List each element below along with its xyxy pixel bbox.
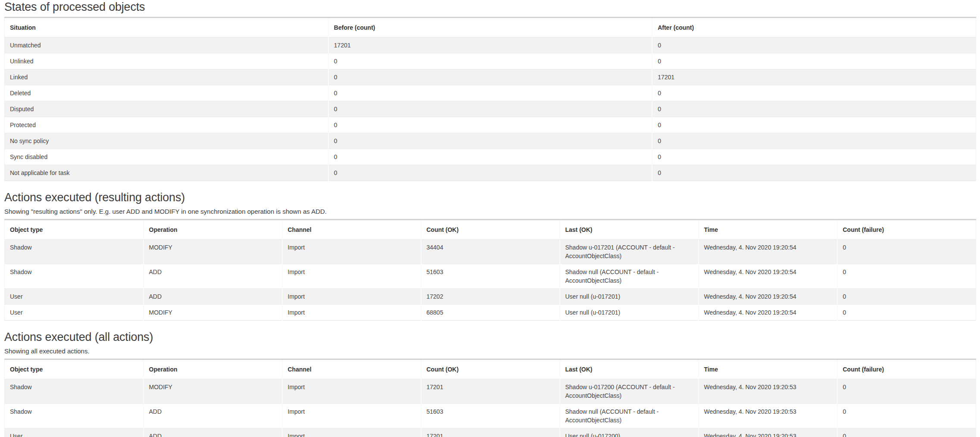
table-cell: 0 xyxy=(328,117,652,133)
column-header: Last (OK) xyxy=(560,359,699,379)
table-cell: 0 xyxy=(837,404,976,428)
table-cell: 0 xyxy=(837,240,976,264)
table-cell: 0 xyxy=(652,165,976,181)
table-cell: 51603 xyxy=(421,264,560,289)
table-row: Unmatched172010 xyxy=(5,37,976,53)
table-cell: 0 xyxy=(652,133,976,149)
table-row: Disputed00 xyxy=(5,101,976,117)
table-cell: Import xyxy=(282,305,421,321)
all-actions-table: Object typeOperationChannelCount (OK)Las… xyxy=(4,359,976,437)
table-cell: 68805 xyxy=(421,305,560,321)
table-cell: 0 xyxy=(328,85,652,101)
table-cell: Import xyxy=(282,289,421,305)
table-row: Protected00 xyxy=(5,117,976,133)
column-header: Operation xyxy=(144,359,282,379)
table-cell: 0 xyxy=(652,149,976,165)
table-cell: ADD xyxy=(144,289,282,305)
table-row: Sync disabled00 xyxy=(5,149,976,165)
table-cell: 0 xyxy=(652,117,976,133)
table-cell: User null (u-017200) xyxy=(560,428,699,437)
column-header: Object type xyxy=(5,359,144,379)
table-cell: 0 xyxy=(837,305,976,321)
table-cell: 0 xyxy=(837,379,976,404)
table-cell: Wednesday, 4. Nov 2020 19:20:54 xyxy=(699,264,837,289)
header-row: Object typeOperationChannelCount (OK)Las… xyxy=(5,220,976,240)
column-header: Operation xyxy=(144,220,282,240)
task-results-page: States of processed objects SituationBef… xyxy=(0,0,980,437)
table-cell: MODIFY xyxy=(144,305,282,321)
table-cell: Shadow xyxy=(5,404,144,428)
table-row: ShadowMODIFYImport34404Shadow u-017201 (… xyxy=(5,240,976,264)
table-cell: User null (u-017201) xyxy=(560,289,699,305)
table-cell: 0 xyxy=(652,101,976,117)
table-cell: Shadow xyxy=(5,264,144,289)
table-cell: Protected xyxy=(5,117,328,133)
table-cell: 0 xyxy=(837,428,976,437)
table-cell: 34404 xyxy=(421,240,560,264)
table-row: No sync policy00 xyxy=(5,133,976,149)
table-cell: 0 xyxy=(652,37,976,53)
states-of-processed-objects-table: SituationBefore (count)After (count)Unma… xyxy=(4,17,976,181)
section-actions-executed-resulting: Actions executed (resulting actions) Sho… xyxy=(4,190,976,321)
table-cell: 0 xyxy=(837,289,976,305)
table-row: Deleted00 xyxy=(5,85,976,101)
table-row: UserADDImport17201User null (u-017200)We… xyxy=(5,428,976,437)
table-row: Unlinked00 xyxy=(5,53,976,69)
section-states-of-processed-objects: States of processed objects SituationBef… xyxy=(4,0,976,181)
table-cell: User null (u-017201) xyxy=(560,305,699,321)
table-cell: 17201 xyxy=(421,379,560,404)
table-cell: 0 xyxy=(328,101,652,117)
table-cell: ADD xyxy=(144,264,282,289)
table-row: UserADDImport17202User null (u-017201)We… xyxy=(5,289,976,305)
table-cell: 17201 xyxy=(652,69,976,85)
table-cell: MODIFY xyxy=(144,379,282,404)
table-cell: Import xyxy=(282,428,421,437)
table-row: ShadowMODIFYImport17201Shadow u-017200 (… xyxy=(5,379,976,404)
table-cell: User xyxy=(5,428,144,437)
column-header: Channel xyxy=(282,359,421,379)
resulting-actions-table: Object typeOperationChannelCount (OK)Las… xyxy=(4,219,976,321)
section-title: States of processed objects xyxy=(4,0,976,14)
table-cell: ADD xyxy=(144,428,282,437)
table-cell: Import xyxy=(282,379,421,404)
column-header: Time xyxy=(699,220,837,240)
table-cell: Wednesday, 4. Nov 2020 19:20:54 xyxy=(699,289,837,305)
header-row: SituationBefore (count)After (count) xyxy=(5,18,976,37)
table-cell: 0 xyxy=(652,85,976,101)
table-cell: Not applicable for task xyxy=(5,165,328,181)
table-cell: Sync disabled xyxy=(5,149,328,165)
section-title: Actions executed (resulting actions) xyxy=(4,190,976,204)
table-cell: Shadow xyxy=(5,240,144,264)
table-cell: Wednesday, 4. Nov 2020 19:20:53 xyxy=(699,428,837,437)
table-cell: No sync policy xyxy=(5,133,328,149)
table-cell: ADD xyxy=(144,404,282,428)
column-header: Situation xyxy=(5,18,328,37)
table-cell: Wednesday, 4. Nov 2020 19:20:54 xyxy=(699,240,837,264)
column-header: Count (OK) xyxy=(421,359,560,379)
column-header: Count (failure) xyxy=(837,220,976,240)
table-cell: 51603 xyxy=(421,404,560,428)
table-row: Not applicable for task00 xyxy=(5,165,976,181)
section-title: Actions executed (all actions) xyxy=(4,330,976,344)
table-cell: 0 xyxy=(328,53,652,69)
table-cell: User xyxy=(5,305,144,321)
table-cell: Unlinked xyxy=(5,53,328,69)
table-cell: Shadow xyxy=(5,379,144,404)
table-cell: Wednesday, 4. Nov 2020 19:20:53 xyxy=(699,379,837,404)
table-cell: Linked xyxy=(5,69,328,85)
table-cell: 0 xyxy=(328,69,652,85)
table-cell: 17202 xyxy=(421,289,560,305)
table-row: Linked017201 xyxy=(5,69,976,85)
table-cell: Shadow u-017201 (ACCOUNT - default - Acc… xyxy=(560,240,699,264)
table-cell: Wednesday, 4. Nov 2020 19:20:53 xyxy=(699,404,837,428)
table-cell: Import xyxy=(282,264,421,289)
column-header: After (count) xyxy=(652,18,976,37)
header-row: Object typeOperationChannelCount (OK)Las… xyxy=(5,359,976,379)
column-header: Time xyxy=(699,359,837,379)
table-cell: Wednesday, 4. Nov 2020 19:20:54 xyxy=(699,305,837,321)
column-header: Count (OK) xyxy=(421,220,560,240)
column-header: Before (count) xyxy=(328,18,652,37)
table-row: ShadowADDImport51603Shadow null (ACCOUNT… xyxy=(5,264,976,289)
table-cell: Unmatched xyxy=(5,37,328,53)
table-cell: Disputed xyxy=(5,101,328,117)
